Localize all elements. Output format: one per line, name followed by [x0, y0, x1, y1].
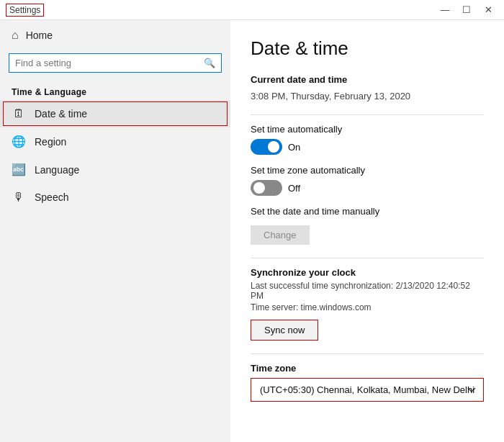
set-timezone-auto-row: Set time zone automatically Off	[251, 165, 484, 196]
timezone-section: Time zone (UTC+05:30) Chennai, Kolkata, …	[251, 363, 484, 402]
app-container: ⌂ Home 🔍 Time & Language 🗓 Date & time 🌐…	[0, 20, 504, 442]
maximize-button[interactable]: ☐	[456, 2, 477, 18]
set-timezone-auto-label: Set time zone automatically	[251, 165, 484, 176]
set-time-auto-switch-row: On	[251, 139, 484, 155]
home-label: Home	[26, 30, 53, 41]
sidebar-label-speech: Speech	[35, 191, 68, 203]
sidebar-item-date-time[interactable]: 🗓 Date & time	[0, 100, 230, 127]
title-bar: Settings — ☐ ✕	[0, 0, 504, 20]
region-icon: 🌐	[12, 135, 26, 148]
language-icon: 🔤	[12, 163, 26, 176]
close-button[interactable]: ✕	[478, 2, 498, 18]
set-time-auto-label: Set time automatically	[251, 124, 484, 135]
sidebar-item-language[interactable]: 🔤 Language	[0, 155, 230, 184]
search-icon: 🔍	[204, 58, 215, 68]
set-timezone-auto-toggle[interactable]	[251, 180, 282, 196]
divider-2	[251, 258, 484, 258]
set-time-auto-toggle[interactable]	[251, 139, 282, 155]
set-time-auto-state: On	[288, 142, 300, 153]
sidebar: ⌂ Home 🔍 Time & Language 🗓 Date & time 🌐…	[0, 20, 230, 442]
sidebar-label-language: Language	[35, 164, 79, 176]
sidebar-label-date-time: Date & time	[35, 108, 87, 119]
divider-3	[251, 353, 484, 354]
sidebar-item-speech[interactable]: 🎙 Speech	[0, 184, 230, 211]
sync-now-button[interactable]: Sync now	[251, 320, 318, 340]
manual-label: Set the date and time manually	[251, 206, 484, 217]
search-box: 🔍	[9, 53, 222, 73]
speech-icon: 🎙	[12, 191, 26, 204]
sync-section: Synchronize your clock Last successful t…	[251, 267, 484, 340]
manual-section: Set the date and time manually Change	[251, 206, 484, 245]
home-icon: ⌂	[12, 29, 19, 42]
sidebar-item-region[interactable]: 🌐 Region	[0, 127, 230, 155]
set-timezone-auto-switch-row: Off	[251, 180, 484, 196]
current-time-text: 3:08 PM, Thursday, February 13, 2020	[251, 91, 484, 102]
timezone-dropdown[interactable]: (UTC+05:30) Chennai, Kolkata, Mumbai, Ne…	[251, 378, 484, 402]
sync-title: Synchronize your clock	[251, 267, 484, 278]
divider-1	[251, 114, 484, 115]
sidebar-home[interactable]: ⌂ Home	[0, 20, 230, 50]
sync-info-2: Time server: time.windows.com	[251, 302, 484, 312]
set-timezone-auto-knob	[253, 182, 265, 194]
sync-info-1: Last successful time synchronization: 2/…	[251, 281, 484, 301]
title-bar-controls: — ☐ ✕	[435, 2, 498, 18]
set-time-auto-row: Set time automatically On	[251, 124, 484, 155]
set-timezone-auto-state: Off	[288, 183, 300, 194]
sidebar-label-region: Region	[35, 136, 66, 148]
current-date-section-label: Current date and time	[251, 74, 484, 85]
app-title: Settings	[6, 4, 44, 17]
timezone-label: Time zone	[251, 363, 484, 374]
change-button[interactable]: Change	[251, 225, 310, 245]
page-title: Date & time	[251, 37, 484, 60]
title-bar-left: Settings	[6, 4, 44, 17]
minimize-button[interactable]: —	[435, 2, 455, 18]
search-input[interactable]	[15, 58, 199, 68]
date-time-icon: 🗓	[12, 107, 26, 120]
sidebar-section-title: Time & Language	[0, 81, 230, 100]
main-content: Date & time Current date and time 3:08 P…	[230, 20, 504, 442]
set-time-auto-knob	[268, 141, 279, 153]
